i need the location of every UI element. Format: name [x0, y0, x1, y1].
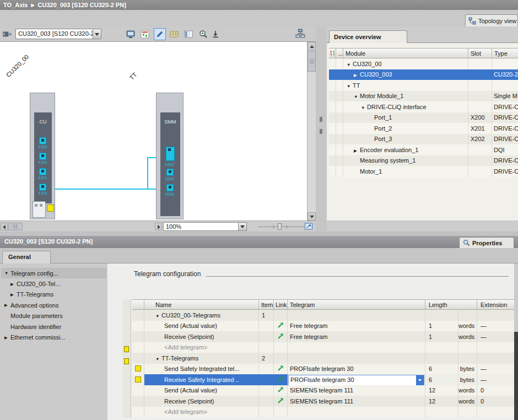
- slot-column-header[interactable]: Slot: [468, 49, 492, 58]
- zoom-slider[interactable]: [258, 223, 304, 230]
- device-selector-arrow-icon[interactable]: [93, 29, 101, 39]
- drive-cliq-port[interactable]: [166, 184, 174, 191]
- show-view-button[interactable]: [125, 28, 137, 40]
- telegram-type[interactable]: PROFIsafe telegram 30: [288, 364, 425, 375]
- splitter-grip[interactable]: [320, 129, 322, 134]
- add-telegram-row[interactable]: <Add telegram>: [132, 342, 514, 353]
- nav-advanced-options[interactable]: ▶ Advanced options: [1, 300, 106, 310]
- expander-icon[interactable]: ▼: [155, 357, 161, 362]
- expander-icon[interactable]: ▼: [354, 94, 360, 99]
- device-row[interactable]: ▼TT: [329, 80, 518, 91]
- zoom-in-button[interactable]: [197, 28, 209, 40]
- scroll-up-icon[interactable]: [307, 42, 316, 50]
- topology-canvas[interactable]: CU320_00 TT CU X103 X102 X101 X100: [0, 42, 307, 220]
- name-column-header[interactable]: Name: [144, 300, 259, 309]
- telegram-type[interactable]: SIEMENS telegram 111: [288, 396, 425, 407]
- nav-cu320-telegrams[interactable]: ▶ CU320_00-Tel...: [1, 278, 106, 289]
- scroll-left-icon[interactable]: [1, 223, 8, 230]
- device-selector-dropdown[interactable]: CU320_003 [S120 CU320-2 P: [15, 29, 101, 39]
- telegram-row[interactable]: Receive (Setpoint) SIEMENS telegram 111 …: [132, 396, 514, 407]
- drive-cliq-wire[interactable]: [147, 157, 156, 158]
- device-row[interactable]: Motor_1 DRIVE-C: [329, 166, 518, 177]
- telegram-row[interactable]: Send (Actual value) SIEMENS telegram 111…: [132, 385, 514, 396]
- splitter-grip[interactable]: [320, 117, 322, 122]
- expander-icon[interactable]: ▼: [4, 271, 10, 276]
- telegram-row-selected[interactable]: Receive Safety Integrated .. PROFIsafe t…: [132, 374, 514, 385]
- show-addresses-button[interactable]: [139, 28, 151, 40]
- device-motor-module[interactable]: SMM X202 X201 X200: [156, 93, 184, 219]
- add-telegram-row[interactable]: <Add telegram>: [132, 407, 514, 418]
- dropdown-arrow-icon[interactable]: [416, 375, 424, 385]
- device-row[interactable]: ▶Encoder evaluation_1 DQI: [329, 144, 518, 155]
- zoom-level-dropdown[interactable]: 100%: [163, 222, 247, 231]
- vertical-scroll-thumb[interactable]: [307, 51, 316, 72]
- telegram-row[interactable]: Send (Actual value) Free telegram 1 word…: [132, 321, 514, 332]
- columns-button[interactable]: [182, 28, 195, 40]
- item-column-header[interactable]: Item: [259, 300, 274, 309]
- drive-cliq-port[interactable]: [166, 169, 174, 176]
- telegram-type[interactable]: Free telegram: [288, 331, 425, 342]
- expander-icon[interactable]: ▶: [4, 335, 10, 340]
- nav-telegram-configuration[interactable]: ▼ Telegram config...: [1, 268, 106, 278]
- device-row[interactable]: Port_2 X201 DRIVE-C: [329, 123, 518, 134]
- device-row[interactable]: ▼DRIVE-CLiQ interface DRIVE-C: [329, 101, 518, 112]
- expander-icon[interactable]: ▼: [361, 105, 367, 110]
- device-row[interactable]: ▼CU320_00: [329, 58, 518, 69]
- scroll-down-icon[interactable]: [307, 212, 316, 220]
- device-row[interactable]: ▼Motor Module_1 Single M: [329, 91, 518, 102]
- fit-to-window-button[interactable]: [304, 222, 314, 231]
- nav-hardware-identifier[interactable]: Hardware identifier: [1, 321, 106, 332]
- warning-marker-icon[interactable]: [124, 358, 129, 364]
- expander-icon[interactable]: ▶: [354, 73, 360, 78]
- telegram-column-header[interactable]: Telegram: [288, 300, 425, 309]
- horizontal-scroll-thumb[interactable]: [8, 223, 23, 230]
- device-cu320[interactable]: CU X103 X102 X101 X100: [30, 93, 55, 219]
- drive-cliq-port[interactable]: [39, 184, 46, 191]
- nav-ethernet-commissioning[interactable]: ▶ Ethernet commissi...: [1, 332, 106, 342]
- warning-marker-icon[interactable]: [124, 346, 129, 352]
- extension-column-header[interactable]: Extension: [477, 300, 514, 309]
- device-row[interactable]: Port_1 X200 DRIVE-C: [329, 112, 518, 123]
- type-column-header[interactable]: Type: [492, 49, 518, 58]
- zoom-slider-handle[interactable]: [278, 223, 282, 230]
- expander-icon[interactable]: ▶: [10, 292, 17, 297]
- expander-icon[interactable]: ▶: [10, 282, 17, 287]
- telegram-group-row[interactable]: ▼TT-Telegrams 2: [132, 353, 514, 364]
- drive-cliq-port[interactable]: [166, 147, 175, 161]
- telegram-row[interactable]: Receive (Setpoint) Free telegram 1 words…: [132, 331, 514, 342]
- drive-cliq-port[interactable]: [39, 137, 46, 144]
- tab-device-overview[interactable]: Device overview: [329, 30, 407, 43]
- tab-general[interactable]: General: [2, 251, 51, 263]
- telegram-type[interactable]: SIEMENS telegram 111: [288, 385, 425, 396]
- edit-mode-button[interactable]: [154, 28, 166, 40]
- link-column-header[interactable]: Link: [274, 300, 288, 309]
- table-grid-button[interactable]: [168, 28, 180, 40]
- zoom-dropdown-arrow-icon[interactable]: [238, 223, 246, 230]
- tab-properties[interactable]: Properties: [459, 237, 514, 248]
- device-row-selected[interactable]: ▶CU320_003 CU320-2: [329, 69, 518, 80]
- drive-cliq-wire[interactable]: [147, 157, 148, 190]
- zoom-fit-button[interactable]: [209, 28, 222, 40]
- nav-tt-telegrams[interactable]: ▶ TT-Telegrams: [1, 289, 106, 300]
- expander-icon[interactable]: ▶: [354, 148, 360, 153]
- horizontal-splitter[interactable]: [0, 231, 518, 236]
- drive-cliq-port[interactable]: [39, 168, 46, 175]
- profinet-port[interactable]: [47, 204, 54, 212]
- drive-cliq-port[interactable]: [39, 153, 46, 160]
- scroll-right-icon[interactable]: [155, 223, 162, 230]
- expander-icon[interactable]: ▼: [155, 314, 161, 319]
- expander-icon[interactable]: ▼: [347, 84, 353, 89]
- pane-mode-button[interactable]: [295, 29, 306, 40]
- module-column-header[interactable]: Module: [343, 49, 468, 58]
- telegram-type-dropdown[interactable]: PROFIsafe telegram 30: [288, 375, 424, 385]
- expander-icon[interactable]: ▶: [4, 303, 10, 308]
- add-telegram-label[interactable]: <Add telegram>: [144, 407, 259, 418]
- telegram-group-row[interactable]: ▼CU320_00-Telegrams 1: [132, 310, 514, 321]
- length-column-header[interactable]: Length: [425, 300, 477, 309]
- device-row[interactable]: Measuring system_1 DRIVE-C: [329, 155, 518, 166]
- tab-topology-view[interactable]: Topology view: [465, 14, 518, 26]
- add-telegram-label[interactable]: <Add telegram>: [144, 342, 259, 353]
- expander-icon[interactable]: ▼: [347, 62, 353, 67]
- drive-cliq-wire[interactable]: [55, 189, 156, 190]
- pane-splitter[interactable]: [316, 26, 327, 231]
